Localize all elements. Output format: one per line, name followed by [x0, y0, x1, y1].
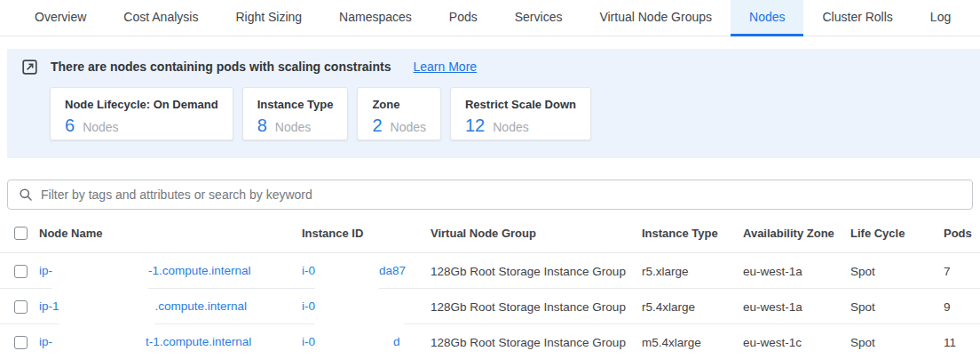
filter-search-input[interactable] [41, 187, 961, 202]
row-checkbox[interactable] [14, 336, 28, 349]
tab-bar: Overview Cost Analysis Right Sizing Name… [0, 0, 980, 36]
card-unit: Nodes [275, 120, 311, 134]
instance-id-link[interactable]: i-0d [302, 324, 431, 359]
node-name-link[interactable]: ip-1.compute.internal [39, 289, 302, 324]
table-row: ip-t-1.compute.internal i-0d 128Gb Root … [0, 324, 980, 359]
redacted-text [315, 328, 393, 359]
card-restrict-scale-down[interactable]: Restrict Scale Down 12 Nodes [450, 87, 591, 140]
card-value: 8 [257, 116, 267, 136]
filter-search-box[interactable] [7, 180, 973, 210]
card-node-lifecycle[interactable]: Node Lifecycle: On Demand 6 Nodes [50, 87, 233, 140]
card-unit: Nodes [83, 120, 118, 134]
tab-virtual-node-groups[interactable]: Virtual Node Groups [581, 0, 731, 36]
table-row: ip-1.compute.internal i-0 128Gb Root Sto… [0, 289, 980, 324]
col-instance-type: Instance Type [642, 227, 743, 240]
banner-message: There are nodes containing pods with sca… [51, 60, 391, 74]
virtual-node-group-cell: 128Gb Root Storage Instance Group [431, 300, 642, 314]
tab-namespaces[interactable]: Namespaces [320, 0, 431, 36]
life-cycle-cell: Spot [850, 300, 944, 314]
scaling-constraints-banner: There are nodes containing pods with sca… [7, 49, 980, 158]
card-title: Instance Type [257, 98, 334, 111]
col-virtual-node-group: Virtual Node Group [431, 227, 642, 240]
table-row: ip--1.compute.internal i-0da87 128Gb Roo… [0, 253, 980, 289]
row-checkbox[interactable] [14, 265, 28, 278]
learn-more-link[interactable]: Learn More [414, 60, 478, 74]
select-all-checkbox[interactable] [14, 227, 28, 240]
card-value: 2 [372, 116, 382, 136]
tab-services[interactable]: Services [496, 0, 581, 36]
virtual-node-group-cell: 128Gb Root Storage Instance Group [431, 265, 642, 278]
card-title: Restrict Scale Down [465, 98, 576, 111]
search-icon [19, 187, 33, 202]
instance-id-link[interactable]: i-0 [302, 289, 431, 324]
card-title: Zone [372, 98, 426, 111]
instance-type-cell: r5.4xlarge [642, 300, 743, 314]
col-availability-zone: Availability Zone [743, 227, 850, 240]
redacted-text [52, 328, 146, 359]
redacted-text [315, 292, 404, 328]
row-checkbox[interactable] [14, 300, 28, 314]
card-unit: Nodes [493, 120, 528, 134]
card-zone[interactable]: Zone 2 Nodes [357, 87, 441, 140]
tab-cost-analysis[interactable]: Cost Analysis [105, 0, 217, 36]
col-pods: Pods [944, 227, 980, 240]
nodes-table: Node Name Instance ID Virtual Node Group… [0, 213, 980, 359]
instance-id-link[interactable]: i-0da87 [302, 253, 431, 289]
life-cycle-cell: Spot [850, 265, 944, 278]
availability-zone-cell: eu-west-1a [743, 265, 850, 278]
tab-right-sizing[interactable]: Right Sizing [217, 0, 320, 36]
col-life-cycle: Life Cycle [850, 227, 944, 240]
tab-cluster-rolls[interactable]: Cluster Rolls [803, 0, 911, 36]
instance-type-cell: r5.xlarge [642, 265, 743, 278]
redacted-text [315, 257, 379, 292]
redacted-text [52, 257, 148, 292]
tab-pods[interactable]: Pods [431, 0, 496, 36]
life-cycle-cell: Spot [850, 336, 944, 349]
card-value: 6 [65, 116, 75, 136]
card-unit: Nodes [391, 120, 426, 134]
pods-cell: 9 [944, 300, 980, 314]
constraint-cards: Node Lifecycle: On Demand 6 Nodes Instan… [50, 87, 980, 140]
col-node-name: Node Name [39, 227, 302, 240]
redacted-text [59, 292, 155, 328]
availability-zone-cell: eu-west-1c [743, 336, 850, 349]
availability-zone-cell: eu-west-1a [743, 300, 850, 314]
tab-nodes[interactable]: Nodes [731, 0, 803, 36]
virtual-node-group-cell: 128Gb Root Storage Instance Group [431, 336, 642, 349]
pods-cell: 7 [944, 265, 980, 278]
pods-cell: 11 [944, 336, 980, 349]
node-name-link[interactable]: ip--1.compute.internal [39, 253, 302, 289]
tab-overview[interactable]: Overview [16, 0, 105, 36]
scaling-constraint-icon [22, 60, 37, 75]
card-title: Node Lifecycle: On Demand [65, 98, 218, 111]
instance-type-cell: m5.4xlarge [642, 336, 743, 349]
card-instance-type[interactable]: Instance Type 8 Nodes [242, 87, 349, 140]
col-instance-id: Instance ID [302, 227, 431, 240]
table-body: ip--1.compute.internal i-0da87 128Gb Roo… [0, 253, 980, 359]
card-value: 12 [465, 116, 485, 136]
tab-log[interactable]: Log [912, 0, 969, 36]
node-name-link[interactable]: ip-t-1.compute.internal [39, 324, 302, 359]
table-header-row: Node Name Instance ID Virtual Node Group… [0, 213, 980, 253]
